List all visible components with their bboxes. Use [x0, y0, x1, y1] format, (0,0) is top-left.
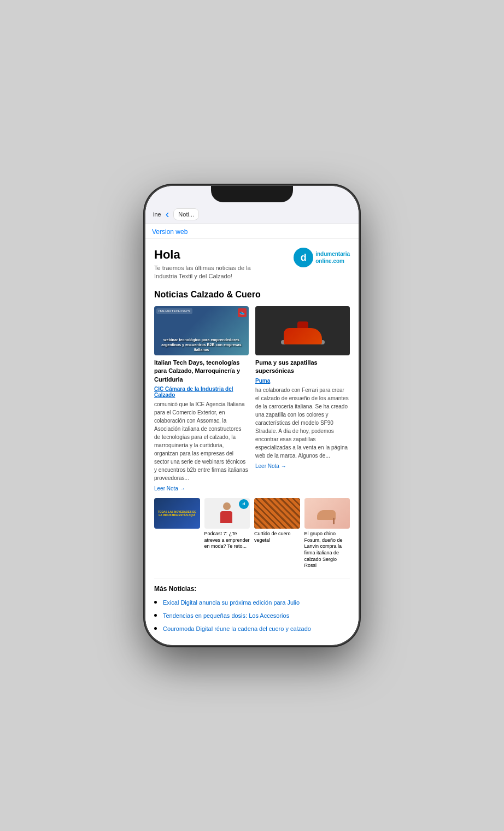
small-card-lanvin: El grupo chino Fosum, dueño de Lanvin co…	[304, 498, 350, 569]
news-list: Exical Digital anuncia su próxima edició…	[154, 597, 350, 633]
article-link-1[interactable]: CIC Cámara de la Industria del Calzado	[154, 386, 249, 398]
main-articles: ITALIAN TECH DAYS 👟 webinar tecnológico …	[154, 306, 350, 491]
small-image-magazine: TODAS LAS NOVEDADES DE LA INDUSTRIA ESTÁ…	[154, 498, 200, 529]
logo-icon: d	[294, 248, 313, 267]
podcast-body	[220, 511, 232, 523]
phone-screen: ine ‹ Noti... Version web Hola Te traemo…	[145, 186, 359, 645]
article-card-2: Puma y sus zapatillas supersónicas Puma …	[255, 306, 350, 491]
article-title-1: Italian Tech Days, tecnologías para Calz…	[154, 359, 249, 384]
mag-text: TODAS LAS NOVEDADES DE LA INDUSTRIA ESTÁ…	[156, 510, 198, 517]
list-item: Couromoda Digital réune la cadena del cu…	[163, 623, 350, 633]
small-title-lanvin: El grupo chino Fosum, dueño de Lanvin co…	[304, 531, 350, 569]
fabric-pattern	[254, 498, 300, 529]
podcast-head	[223, 502, 231, 510]
tab-left-label: ine	[153, 211, 161, 218]
screen-content: ine ‹ Noti... Version web Hola Te traemo…	[145, 186, 359, 645]
small-card-podcast: d Podcast 7: ¿Te atreves a emprender en …	[204, 498, 250, 569]
small-image-curtido	[254, 498, 300, 529]
article-image-puma	[255, 306, 350, 355]
small-articles-row: TODAS LAS NOVEDADES DE LA INDUSTRIA ESTÁ…	[154, 498, 350, 569]
read-more-1[interactable]: Leer Nota →	[154, 485, 249, 491]
more-news-title: Más Noticias:	[154, 585, 350, 593]
heel-stiletto	[333, 518, 335, 524]
read-more-2[interactable]: Leer Nota →	[255, 463, 350, 469]
email-header: Hola Te traemos las últimas noticias de …	[154, 248, 350, 281]
news-link-3[interactable]: Couromoda Digital réune la cadena del cu…	[163, 625, 311, 632]
heel-shoe	[316, 502, 338, 524]
article-title-2: Puma y sus zapatillas supersónicas	[255, 359, 350, 376]
logo-text: indumentaria online.com	[315, 250, 350, 265]
small-image-podcast: d	[204, 498, 250, 529]
browser-tabs: ine ‹ Noti...	[151, 208, 201, 220]
phone-notch	[211, 186, 293, 202]
version-web-bar: Version web	[145, 224, 359, 239]
browser-back-button[interactable]: ‹	[163, 208, 172, 220]
icon-shoe: 👟	[238, 308, 247, 317]
email-body: Hola Te traemos las últimas noticias de …	[145, 239, 359, 638]
small-image-lanvin	[304, 498, 350, 529]
more-news-section: Más Noticias: Exical Digital anuncia su …	[154, 578, 350, 633]
shoe-body	[284, 328, 322, 344]
article-text-1: comunicó que la ICE Agencia Italiana par…	[154, 400, 249, 482]
greeting-title: Hola	[154, 248, 263, 262]
phone-frame: ine ‹ Noti... Version web Hola Te traemo…	[145, 186, 359, 645]
email-header-text: Hola Te traemos las últimas noticias de …	[154, 248, 263, 281]
small-title-curtido: Curtido de cuero vegetal	[254, 531, 300, 543]
section-title: Noticias Calzado & Cuero	[154, 290, 350, 300]
greeting-subtitle: Te traemos las últimas noticias de la In…	[154, 264, 263, 281]
shoe-visual	[281, 317, 325, 344]
podcast-logo: d	[239, 499, 249, 509]
news-link-2[interactable]: Tendencias en pequeñas dosis: Los Acceso…	[163, 612, 289, 619]
article-card-1: ITALIAN TECH DAYS 👟 webinar tecnológico …	[154, 306, 249, 491]
small-card-curtido: Curtido de cuero vegetal	[254, 498, 300, 569]
browser-url-bar[interactable]: Noti...	[173, 208, 199, 220]
list-item: Exical Digital anuncia su próxima edició…	[163, 597, 350, 607]
overlay-text: webinar tecnológico para emprendedores a…	[157, 337, 245, 352]
version-web-link[interactable]: Version web	[152, 228, 187, 236]
article-link-2[interactable]: Puma	[255, 378, 350, 384]
small-title-podcast: Podcast 7: ¿Te atreves a emprender en mo…	[204, 531, 250, 550]
article-text-2: ha colaborado con Ferrari para crear el …	[255, 386, 350, 460]
logo-container: d indumentaria online.com	[294, 248, 350, 267]
icons-top: 👟	[238, 308, 247, 317]
article-image-italian-tech: ITALIAN TECH DAYS 👟 webinar tecnológico …	[154, 306, 249, 355]
badge-italian-tech: ITALIAN TECH DAYS	[156, 308, 192, 314]
podcast-person	[220, 502, 233, 524]
small-card-magazine: TODAS LAS NOVEDADES DE LA INDUSTRIA ESTÁ…	[154, 498, 200, 569]
news-link-1[interactable]: Exical Digital anuncia su próxima edició…	[163, 599, 300, 606]
list-item: Tendencias en pequeñas dosis: Los Acceso…	[163, 610, 350, 620]
